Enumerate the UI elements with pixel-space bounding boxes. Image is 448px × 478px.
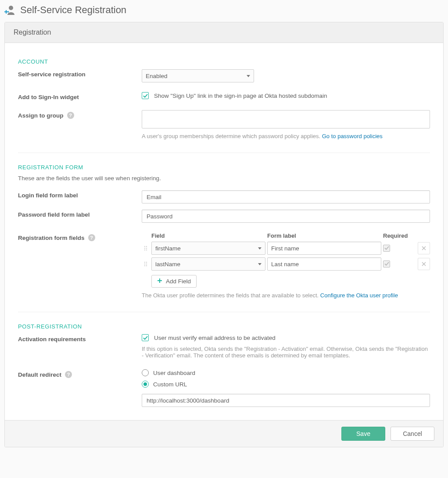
save-button[interactable]: Save [341, 427, 385, 441]
add-field-button[interactable]: Add Field [151, 275, 197, 288]
radio-custom-url[interactable] [142, 381, 149, 388]
help-icon[interactable]: ? [88, 234, 95, 241]
drag-handle-icon[interactable] [142, 258, 150, 270]
form-field-row: firstName [142, 242, 430, 255]
remove-field-button[interactable] [418, 258, 430, 270]
label-default-redirect: Default redirect ? [18, 369, 142, 378]
checkbox-show-signup-label: Show "Sign Up" link in the sign-in page … [154, 93, 327, 99]
plus-icon [157, 278, 162, 285]
radio-user-dashboard-label: User dashboard [153, 370, 195, 376]
select-self-service-value: Enabled [146, 73, 168, 79]
checkbox-verify-email-label: User must verify email address to be act… [154, 335, 276, 341]
col-field: Field [151, 232, 265, 239]
remove-field-button[interactable] [418, 242, 430, 254]
select-field-1[interactable]: lastName [151, 257, 265, 271]
radio-custom-url-label: Custom URL [153, 381, 187, 388]
svg-rect-2 [6, 10, 7, 14]
chevron-down-icon [258, 247, 262, 250]
page-title: Self-Service Registration [20, 4, 126, 16]
checkbox-show-signup[interactable] [142, 92, 149, 99]
cancel-button[interactable]: Cancel [391, 427, 434, 441]
user-plus-icon [4, 5, 16, 15]
col-form-label: Form label [267, 232, 381, 239]
help-icon[interactable]: ? [67, 112, 74, 119]
checkbox-required-1[interactable] [383, 260, 390, 268]
input-assign-group[interactable] [142, 110, 430, 128]
section-account: ACCOUNT [18, 58, 430, 65]
label-form-fields: Registration form fields ? [18, 232, 142, 241]
link-configure-profile[interactable]: Configure the Okta user profile [320, 292, 398, 299]
activation-hint: If this option is selected, Okta sends t… [142, 346, 430, 359]
form-field-row: lastName [142, 257, 430, 271]
select-field-0[interactable]: firstName [151, 242, 265, 255]
col-required: Required [383, 232, 416, 239]
checkbox-verify-email[interactable] [142, 334, 149, 341]
input-custom-url[interactable] [142, 394, 430, 407]
chevron-down-icon [258, 263, 262, 265]
label-password-field: Password field form label [18, 210, 142, 218]
label-login-field: Login field form label [18, 190, 142, 199]
panel-title: Registration [5, 22, 443, 43]
divider [18, 312, 430, 312]
section-registration-desc: These are the fields the user will see w… [18, 175, 430, 182]
label-assign-group: Assign to group ? [18, 110, 142, 119]
input-form-label-1[interactable] [267, 257, 381, 271]
assign-group-hint: A user's group memberships determine whi… [142, 133, 320, 139]
radio-user-dashboard[interactable] [142, 369, 149, 376]
label-self-service: Self-service registration [18, 69, 142, 78]
label-add-widget: Add to Sign-In widget [18, 92, 142, 100]
form-fields-hint: The Okta user profile determines the fie… [142, 292, 319, 299]
section-post-registration: POST-REGISTRATION [18, 323, 430, 330]
select-self-service[interactable]: Enabled [142, 69, 254, 82]
link-password-policies[interactable]: Go to password policies [322, 133, 383, 139]
label-activation: Activation requirements [18, 334, 142, 342]
help-icon[interactable]: ? [65, 371, 72, 378]
divider [18, 153, 430, 153]
input-login-label[interactable] [142, 190, 430, 203]
svg-marker-3 [8, 11, 9, 13]
input-password-label[interactable] [142, 210, 430, 223]
chevron-down-icon [247, 75, 250, 77]
drag-handle-icon[interactable] [142, 242, 150, 254]
input-form-label-0[interactable] [267, 242, 381, 255]
svg-point-0 [9, 6, 13, 10]
checkbox-required-0[interactable] [383, 245, 390, 252]
section-registration-form: REGISTRATION FORM [18, 164, 430, 171]
